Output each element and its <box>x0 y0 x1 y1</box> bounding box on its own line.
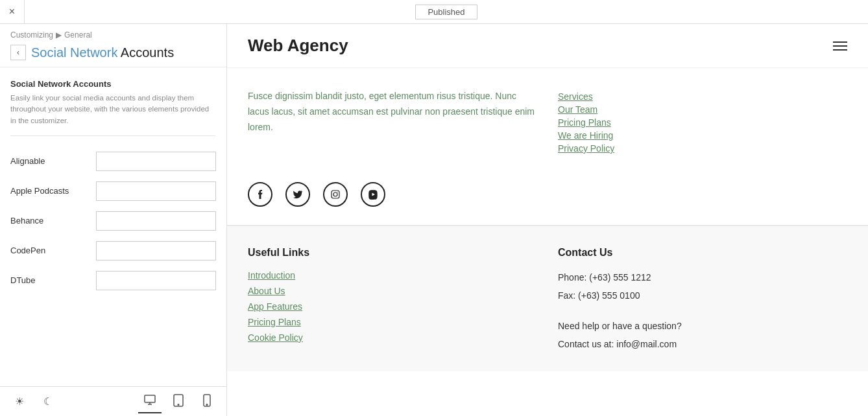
footer-useful-links: Useful Links Introduction About Us App F… <box>248 247 537 356</box>
toolbar-left: ☀ ☾ <box>8 390 60 413</box>
facebook-icon[interactable] <box>248 182 272 207</box>
bottom-toolbar: ☀ ☾ <box>0 386 226 416</box>
sidebar: Customizing ▶ General ‹ Social Network A… <box>0 24 227 416</box>
contact-phone: Phone: (+63) 555 1212 <box>558 270 847 284</box>
preview-hero: Fusce dignissim blandit justo, eget elem… <box>227 68 868 169</box>
svg-rect-7 <box>332 191 339 198</box>
section-title: Social Network Accounts <box>10 79 216 89</box>
input-codepen[interactable] <box>96 241 216 260</box>
breadcrumb: Customizing ▶ General <box>0 24 226 42</box>
tablet-button[interactable] <box>167 390 190 413</box>
contact-fax: Fax: (+63) 555 0100 <box>558 288 847 303</box>
desktop-icon <box>143 393 156 409</box>
hamburger-line1 <box>833 41 847 43</box>
back-icon: ‹ <box>17 48 19 57</box>
youtube-icon[interactable] <box>361 182 385 207</box>
preview-inner: Web Agency Fusce dignissim blandit justo… <box>227 24 868 416</box>
moon-button[interactable]: ☾ <box>36 390 60 413</box>
section-desc: Easily link your social media accounts a… <box>10 93 216 126</box>
top-bar: × Published <box>0 0 868 24</box>
tablet-icon <box>173 394 184 410</box>
hamburger-menu[interactable] <box>833 41 847 51</box>
sidebar-header: ‹ Social Network Accounts <box>0 42 226 67</box>
breadcrumb-customizing[interactable]: Customizing <box>10 30 53 40</box>
sun-button[interactable]: ☀ <box>8 390 31 413</box>
title-word1: Social <box>31 45 66 60</box>
form-row-codepen: CodePen <box>0 236 226 266</box>
input-applepodcasts[interactable] <box>96 181 216 201</box>
form-row-alignable: Alignable <box>0 146 226 176</box>
toolbar-device-icons <box>138 390 219 413</box>
label-behance: Behance <box>10 216 88 225</box>
label-applepodcasts: Apple Podcasts <box>10 186 88 196</box>
footer-link-cookie-policy[interactable]: Cookie Policy <box>248 332 537 343</box>
form-row-behance: Behance <box>0 206 226 236</box>
footer-contact: Contact Us Phone: (+63) 555 1212 Fax: (+… <box>558 247 847 356</box>
main-layout: Customizing ▶ General ‹ Social Network A… <box>0 24 868 416</box>
close-button[interactable]: × <box>0 0 25 24</box>
sun-icon: ☀ <box>15 395 24 408</box>
site-title: Web Agency <box>248 36 348 56</box>
twitter-icon[interactable] <box>285 182 310 207</box>
useful-links-title: Useful Links <box>248 247 537 259</box>
moon-icon: ☾ <box>43 395 53 408</box>
nav-link-pricing-plans[interactable]: Pricing Plans <box>558 117 847 128</box>
breadcrumb-arrow: ▶ <box>56 30 62 40</box>
label-alignable: Alignable <box>10 156 88 166</box>
sidebar-title: Social Network Accounts <box>31 45 174 60</box>
input-alignable[interactable] <box>96 152 216 171</box>
hero-links: Services Our Team Pricing Plans We are H… <box>558 89 847 154</box>
hamburger-line3 <box>833 49 847 51</box>
svg-point-4 <box>178 404 179 405</box>
svg-point-9 <box>337 192 338 192</box>
nav-link-we-are-hiring[interactable]: We are Hiring <box>558 130 847 141</box>
input-behance[interactable] <box>96 211 216 231</box>
contact-title: Contact Us <box>558 247 847 259</box>
preview-header: Web Agency <box>227 24 868 68</box>
instagram-icon[interactable] <box>323 182 348 207</box>
form-row-dtube: DTube <box>0 266 226 295</box>
footer-link-about-us[interactable]: About Us <box>248 286 537 296</box>
nav-link-services[interactable]: Services <box>558 91 847 102</box>
mobile-button[interactable] <box>195 390 219 413</box>
label-codepen: CodePen <box>10 246 88 255</box>
hero-text: Fusce dignissim blandit justo, eget elem… <box>248 89 537 154</box>
svg-rect-0 <box>145 395 155 402</box>
title-word3: Accounts <box>121 45 174 60</box>
nav-link-privacy-policy[interactable]: Privacy Policy <box>558 143 847 154</box>
sidebar-section: Social Network Accounts Easily link your… <box>0 67 226 136</box>
hamburger-line2 <box>833 45 847 47</box>
preview-area[interactable]: Web Agency Fusce dignissim blandit justo… <box>227 24 868 416</box>
footer-link-pricing-plans[interactable]: Pricing Plans <box>248 317 537 327</box>
social-icons-row <box>227 169 868 226</box>
mobile-icon <box>203 394 211 410</box>
svg-point-6 <box>206 404 208 405</box>
preview-footer: Useful Links Introduction About Us App F… <box>227 226 868 371</box>
sidebar-scroll[interactable]: Customizing ▶ General ‹ Social Network A… <box>0 24 226 386</box>
svg-point-8 <box>333 192 337 196</box>
form-row-applepodcasts: Apple Podcasts <box>0 176 226 206</box>
breadcrumb-general: General <box>64 30 92 40</box>
desktop-button[interactable] <box>138 390 162 413</box>
published-button[interactable]: Published <box>415 5 477 19</box>
contact-email-line: Contact us at: info@mail.com <box>558 337 847 351</box>
close-icon: × <box>9 6 15 17</box>
divider <box>10 135 216 136</box>
footer-link-introduction[interactable]: Introduction <box>248 270 537 281</box>
nav-link-our-team[interactable]: Our Team <box>558 104 847 115</box>
contact-help-text: Need help or have a question? <box>558 319 847 333</box>
label-dtube: DTube <box>10 275 88 285</box>
form-fields: Alignable Apple Podcasts Behance CodePen <box>0 146 226 295</box>
input-dtube[interactable] <box>96 271 216 290</box>
footer-link-app-features[interactable]: App Features <box>248 301 537 312</box>
back-button[interactable]: ‹ <box>10 45 26 60</box>
title-word2: Network <box>70 45 117 60</box>
